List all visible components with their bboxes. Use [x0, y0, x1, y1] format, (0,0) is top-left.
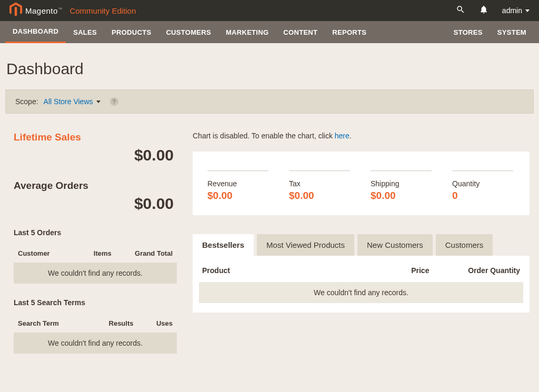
scope-label: Scope:	[15, 97, 38, 106]
nav-marketing[interactable]: MARKETING	[218, 21, 276, 43]
nav-dashboard[interactable]: DASHBOARD	[5, 21, 66, 43]
nav-products[interactable]: PRODUCTS	[104, 21, 158, 43]
col-customer[interactable]: Customer	[18, 249, 81, 257]
tab-new-customers[interactable]: New Customers	[357, 234, 433, 256]
summary-stats: Revenue $0.00 Tax $0.00 Shipping $0.00 Q…	[193, 152, 530, 215]
nav-sales[interactable]: SALES	[66, 21, 104, 43]
last-orders-empty: We couldn't find any records.	[14, 263, 177, 284]
lifetime-sales-label: Lifetime Sales	[14, 132, 177, 143]
chart-notice-prefix: Chart is disabled. To enable the chart, …	[193, 132, 335, 140]
col-grand-total[interactable]: Grand Total	[124, 249, 173, 257]
revenue-value: $0.00	[207, 190, 270, 202]
caret-down-icon	[96, 100, 101, 103]
tab-customers[interactable]: Customers	[436, 234, 493, 256]
last-orders-section: Last 5 Orders Customer Items Grand Total…	[14, 228, 177, 284]
chart-notice-suffix: .	[350, 132, 352, 140]
user-menu[interactable]: admin	[502, 6, 530, 15]
average-orders-label: Average Orders	[14, 180, 177, 192]
shipping-label: Shipping	[371, 179, 433, 188]
nav-system[interactable]: SYSTEM	[490, 21, 534, 43]
main-nav: DASHBOARD SALES PRODUCTS CUSTOMERS MARKE…	[0, 21, 539, 43]
revenue-label: Revenue	[207, 179, 270, 188]
bestsellers-panel: Product Price Order Quantity We couldn't…	[193, 256, 530, 313]
search-icon[interactable]	[456, 5, 465, 16]
average-orders-value: $0.00	[14, 195, 177, 213]
scope-value-text: All Store Views	[44, 97, 93, 106]
shipping-value: $0.00	[371, 190, 433, 202]
col-product[interactable]: Product	[202, 266, 384, 275]
last-search-empty: We couldn't find any records.	[14, 333, 177, 354]
lifetime-sales-value: $0.00	[14, 146, 177, 164]
bestsellers-empty: We couldn't find any records.	[199, 282, 523, 303]
col-results[interactable]: Results	[101, 319, 142, 327]
col-search-term[interactable]: Search Term	[18, 319, 101, 327]
nav-customers[interactable]: CUSTOMERS	[158, 21, 218, 43]
quantity-value: 0	[452, 190, 515, 202]
col-items[interactable]: Items	[81, 249, 124, 257]
tab-most-viewed[interactable]: Most Viewed Products	[257, 234, 354, 256]
col-order-qty[interactable]: Order Quantity	[429, 266, 520, 275]
edition-label: Community Edition	[69, 6, 136, 15]
chart-disabled-notice: Chart is disabled. To enable the chart, …	[193, 132, 530, 140]
scope-bar: Scope: All Store Views ?	[5, 89, 534, 114]
nav-content[interactable]: CONTENT	[276, 21, 325, 43]
tax-value: $0.00	[289, 190, 352, 202]
notifications-icon[interactable]	[479, 5, 488, 16]
nav-reports[interactable]: REPORTS	[325, 21, 374, 43]
last-orders-title: Last 5 Orders	[14, 228, 177, 237]
help-icon[interactable]: ?	[110, 97, 118, 106]
tax-label: Tax	[289, 179, 352, 188]
logo[interactable]: Magento™ Community Edition	[9, 2, 136, 19]
page-title: Dashboard	[6, 60, 534, 78]
dashboard-tabs: Bestsellers Most Viewed Products New Cus…	[193, 234, 530, 256]
nav-stores[interactable]: STORES	[446, 21, 490, 43]
chart-enable-link[interactable]: here	[335, 132, 350, 140]
col-uses[interactable]: Uses	[142, 319, 173, 327]
quantity-label: Quantity	[452, 179, 515, 188]
last-search-title: Last 5 Search Terms	[14, 298, 177, 307]
caret-down-icon	[525, 9, 530, 12]
logo-text: Magento™	[25, 6, 62, 15]
tab-bestsellers[interactable]: Bestsellers	[193, 234, 254, 256]
top-header: Magento™ Community Edition admin	[0, 0, 539, 21]
magento-logo-icon	[9, 2, 22, 19]
last-search-section: Last 5 Search Terms Search Term Results …	[14, 298, 177, 354]
user-name: admin	[502, 6, 522, 15]
scope-selector[interactable]: All Store Views	[44, 97, 101, 106]
col-price[interactable]: Price	[384, 266, 429, 275]
